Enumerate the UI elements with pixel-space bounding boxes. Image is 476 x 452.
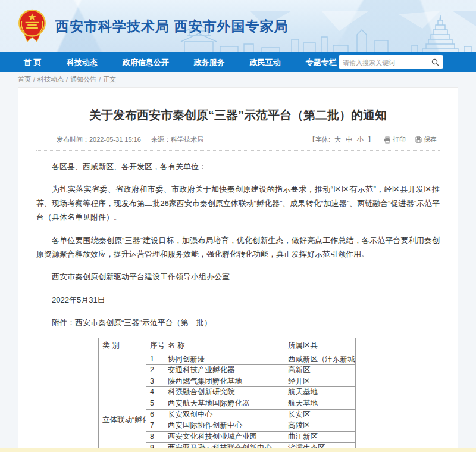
row-district: 曲江新区: [284, 431, 356, 442]
nav-item-gov-info[interactable]: 政府信息公开: [123, 57, 169, 68]
paragraph-requirements: 各单位要围绕秦创原“三器”建设目标，加强布局培育，优化创新生态，做好亮点工作总结…: [36, 233, 440, 261]
category-cell-0: 立体联动“孵化器”（12家）: [99, 354, 146, 452]
save-icon: [415, 136, 422, 143]
font-size-prefix: 【字体:: [309, 135, 330, 144]
row-district: 经开区: [284, 376, 356, 387]
header-district: 所属区县: [284, 338, 356, 354]
row-seq: 5: [146, 398, 164, 410]
row-name: 长安双创中心: [164, 409, 284, 420]
attachment-table: 类 别 序号 名 称 所属区县 立体联动“孵化器”（12家）1协同创新港西咸新区…: [98, 338, 356, 452]
row-name: 西安文化科技创业城产业园: [164, 431, 284, 442]
row-seq: 2: [146, 365, 164, 376]
signature-date: 2022年5月31日: [36, 293, 440, 307]
header-seq: 序号: [146, 338, 164, 354]
signature-office: 西安市秦创原创新驱动平台建设工作领导小组办公室: [36, 270, 440, 283]
breadcrumb-item-0[interactable]: 首页: [18, 76, 31, 83]
printer-icon: [384, 136, 391, 144]
row-seq: 7: [146, 420, 164, 432]
row-name: 西安航天基地国际孵化器: [164, 398, 284, 410]
font-size-suffix: 】: [368, 135, 374, 144]
header-category: 类 别: [99, 338, 146, 354]
row-district: 长安区: [284, 409, 356, 420]
breadcrumb-separator: /: [33, 76, 35, 83]
font-size-medium[interactable]: 中: [346, 135, 352, 144]
bottom-partial-bar: [0, 448, 476, 452]
site-title: 西安市科学技术局 西安市外国专家局: [55, 17, 288, 36]
row-seq: 1: [146, 354, 164, 365]
national-emblem-logo: [17, 9, 48, 43]
breadcrumb-separator: /: [99, 76, 101, 83]
breadcrumb-item-3: 正文: [103, 76, 116, 83]
row-district: 高新区: [284, 365, 356, 376]
search-input[interactable]: [343, 59, 431, 66]
main-nav: 首 页 科技动态 政府信息公开 政务服务 政民互动 专题专栏: [0, 52, 476, 72]
row-name: 陕西燃气集团孵化基地: [164, 376, 284, 387]
save-button[interactable]: 保存: [415, 135, 437, 144]
article-body: 各区县、西咸新区、各开发区，各有关单位： 为扎实落实省委、省政府和市委、市政府关…: [36, 160, 440, 330]
dotted-divider: [36, 150, 440, 151]
attachment-table-wrap: 类 别 序号 名 称 所属区县 立体联动“孵化器”（12家）1协同创新港西咸新区…: [98, 338, 355, 452]
row-seq: 6: [146, 409, 164, 420]
font-size-small[interactable]: 小: [357, 135, 364, 144]
row-name: 交通科技产业孵化器: [164, 365, 284, 376]
row-district: 西咸新区（沣东新城）: [284, 354, 356, 365]
nav-item-special-topics[interactable]: 专题专栏: [306, 57, 337, 68]
row-district: 航天基地: [284, 398, 356, 410]
publish-time: 发布时间：2022-05-31 15:16: [57, 136, 141, 143]
row-district: 航天基地: [284, 387, 356, 398]
table-header-row: 类 别 序号 名 称 所属区县: [99, 338, 356, 354]
paragraph-announcement: 为扎实落实省委、省政府和市委、市政府关于加快秦创原建设的指示要求，推动“区区有示…: [36, 182, 440, 224]
source-label: 来源：科学技术局: [151, 136, 203, 143]
attachment-link[interactable]: 附件：西安市秦创原“三器”示范平台（第二批）: [36, 316, 440, 329]
breadcrumb-item-2[interactable]: 通知公告: [70, 76, 96, 83]
row-name: 科强融合创新研究院: [164, 387, 284, 398]
font-size-large[interactable]: 大: [334, 135, 341, 144]
search-icon[interactable]: [431, 58, 439, 66]
print-button[interactable]: 打印: [384, 135, 406, 144]
row-seq: 8: [146, 431, 164, 442]
nav-item-interaction[interactable]: 政民互动: [250, 57, 281, 68]
header-name: 名 称: [164, 338, 284, 354]
breadcrumb-separator: /: [66, 76, 68, 83]
row-seq: 3: [146, 376, 164, 387]
paragraph-salutation: 各区县、西咸新区、各开发区，各有关单位：: [36, 160, 440, 173]
page-title: 关于发布西安市秦创原“三器”示范平台（第二批）的通知: [36, 107, 440, 123]
breadcrumb: 首页/科技动态/通知公告/正文: [0, 72, 476, 87]
row-district: 高陵区: [284, 420, 356, 432]
breadcrumb-item-1[interactable]: 科技动态: [37, 76, 64, 83]
table-row: 立体联动“孵化器”（12家）1协同创新港西咸新区（沣东新城）: [99, 354, 356, 365]
row-name: 西安国际协作创新中心: [164, 420, 284, 432]
row-name: 协同创新港: [164, 354, 284, 365]
row-seq: 4: [146, 387, 164, 398]
article-meta: 发布时间：2022-05-31 15:16 来源：科学技术局 【字体: 大 中 …: [57, 135, 437, 144]
search-box[interactable]: [339, 55, 443, 69]
nav-item-home[interactable]: 首 页: [24, 57, 42, 68]
nav-item-gov-service[interactable]: 政务服务: [194, 57, 225, 68]
site-header: 西安市科学技术局 西安市外国专家局: [0, 0, 476, 52]
nav-item-tech-news[interactable]: 科技动态: [67, 57, 98, 68]
article-card: 关于发布西安市秦创原“三器”示范平台（第二批）的通知 发布时间：2022-05-…: [18, 87, 458, 452]
